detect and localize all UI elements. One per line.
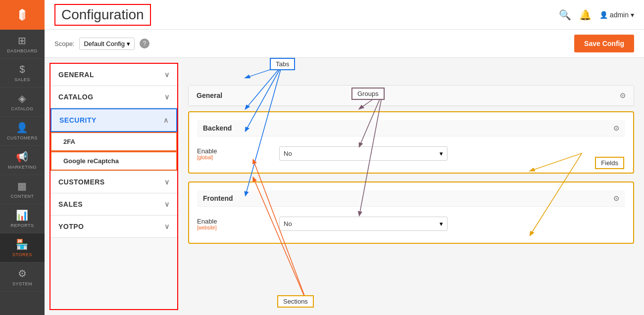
- sidebar-item-sales[interactable]: $ SALES: [0, 59, 45, 88]
- config-group-backend-header[interactable]: Backend ⊙: [197, 120, 625, 136]
- right-content: Tabs Groups Fields Sections General ⊙: [178, 58, 644, 315]
- frontend-enable-value: No: [284, 220, 292, 227]
- catalog-icon: ◈: [18, 92, 26, 104]
- nav-section-security-header[interactable]: SECURITY ∧: [50, 108, 177, 132]
- page-header: Configuration 🔍 🔔 👤 admin ▾: [45, 0, 644, 30]
- reports-icon: 📊: [16, 209, 29, 221]
- sidebar-item-reports[interactable]: 📊 REPORTS: [0, 204, 45, 233]
- config-group-frontend-header[interactable]: Frontend ⊙: [197, 190, 625, 207]
- config-group-general: General ⊙: [188, 85, 634, 106]
- sidebar-item-catalog[interactable]: ◈ CATALOG: [0, 88, 45, 117]
- sidebar-item-system-label: SYSTEM: [12, 281, 32, 286]
- nav-section-security: SECURITY ∧ 2FA Google reCaptcha: [50, 108, 177, 171]
- backend-field-row: Enable [global] No ▾: [197, 142, 625, 165]
- stores-icon: 🏪: [16, 238, 29, 250]
- sidebar-item-reports-label: REPORTS: [11, 223, 34, 228]
- page-title: Configuration: [54, 4, 151, 26]
- frontend-enable-label: Enable [website]: [197, 218, 271, 230]
- nav-section-catalog: CATALOG ∨: [50, 86, 177, 108]
- sidebar-item-customers[interactable]: 👤 CUSTOMERS: [0, 117, 45, 146]
- admin-label: admin: [610, 11, 629, 19]
- sidebar-item-stores-label: STORES: [12, 252, 32, 257]
- scope-value: Default Config: [84, 40, 124, 47]
- nav-section-yotpo-chevron: ∨: [164, 223, 170, 230]
- nav-section-security-label: SECURITY: [59, 116, 97, 124]
- nav-section-catalog-label: CATALOG: [58, 93, 94, 101]
- admin-avatar-icon: 👤: [599, 11, 608, 19]
- admin-menu[interactable]: 👤 admin ▾: [599, 11, 634, 19]
- sidebar-item-system[interactable]: ⚙ SYSTEM: [0, 263, 45, 292]
- nav-sub-item-2fa[interactable]: 2FA: [50, 132, 177, 151]
- sidebar-item-content-label: CONTENT: [11, 194, 34, 199]
- sidebar-item-dashboard[interactable]: ⊞ DASHBOARD: [0, 30, 45, 59]
- magento-logo: [0, 0, 45, 30]
- nav-sub-item-recaptcha-label: Google reCaptcha: [63, 157, 119, 165]
- backend-enable-value: No: [284, 150, 292, 157]
- dashboard-icon: ⊞: [18, 35, 27, 46]
- sidebar-item-customers-label: CUSTOMERS: [7, 135, 38, 140]
- nav-section-yotpo-label: YOTPO: [58, 223, 84, 230]
- left-nav: GENERAL ∨ CATALOG ∨ SECURITY ∧: [50, 63, 178, 310]
- nav-sub-items-security: 2FA Google reCaptcha: [50, 132, 177, 171]
- sidebar-item-stores[interactable]: 🏪 STORES: [0, 233, 45, 263]
- scope-label: Scope:: [54, 40, 74, 47]
- notification-icon[interactable]: 🔔: [579, 9, 592, 21]
- config-group-backend-wrapper: Backend ⊙ Enable [global] No ▾: [188, 111, 634, 174]
- nav-section-yotpo: YOTPO ∨: [50, 216, 177, 238]
- nav-section-sales-header[interactable]: SALES ∨: [50, 193, 177, 215]
- header-actions: 🔍 🔔 👤 admin ▾: [559, 9, 634, 21]
- config-group-backend-chevron: ⊙: [613, 124, 619, 132]
- scope-chevron-icon: ▾: [127, 40, 130, 47]
- sidebar-item-marketing-label: MARKETING: [8, 165, 37, 170]
- backend-select-chevron-icon: ▾: [440, 150, 443, 157]
- nav-section-customers-header[interactable]: CUSTOMERS ∨: [50, 171, 177, 193]
- sidebar-item-content[interactable]: ▦ CONTENT: [0, 175, 45, 204]
- nav-section-general-header[interactable]: GENERAL ∨: [50, 64, 177, 86]
- nav-section-sales: SALES ∨: [50, 193, 177, 216]
- marketing-icon: 📢: [16, 151, 29, 163]
- nav-section-sales-chevron: ∨: [164, 200, 170, 208]
- groups-annotation: Groups: [351, 88, 385, 100]
- fields-annotation: Fields: [595, 157, 624, 169]
- customers-icon: 👤: [16, 122, 29, 134]
- help-icon[interactable]: ?: [140, 39, 149, 48]
- sidebar-item-dashboard-label: DASHBOARD: [7, 48, 38, 53]
- config-group-frontend-label: Frontend: [203, 194, 233, 202]
- nav-section-yotpo-header[interactable]: YOTPO ∨: [50, 216, 177, 237]
- backend-enable-select[interactable]: No ▾: [279, 146, 447, 161]
- frontend-field-row: Enable [website] No ▾: [197, 213, 625, 235]
- sidebar-item-marketing[interactable]: 📢 MARKETING: [0, 146, 45, 175]
- sales-icon: $: [19, 64, 25, 75]
- nav-section-customers: CUSTOMERS ∨: [50, 171, 177, 193]
- config-group-general-label: General: [197, 91, 222, 99]
- config-group-frontend-chevron: ⊙: [613, 194, 619, 202]
- frontend-enable-select[interactable]: No ▾: [279, 217, 447, 231]
- sections-annotation: Sections: [277, 295, 314, 308]
- config-body: GENERAL ∨ CATALOG ∨ SECURITY ∧: [45, 58, 644, 315]
- save-config-button[interactable]: Save Config: [574, 35, 634, 52]
- config-group-general-header[interactable]: General ⊙: [189, 86, 634, 106]
- tabs-annotation: Tabs: [270, 58, 295, 70]
- nav-section-customers-label: CUSTOMERS: [58, 178, 105, 186]
- nav-section-catalog-header[interactable]: CATALOG ∨: [50, 86, 177, 108]
- system-icon: ⚙: [18, 268, 27, 279]
- backend-enable-label: Enable [global]: [197, 147, 271, 160]
- sidebar-item-sales-label: SALES: [14, 77, 30, 82]
- config-group-backend-label: Backend: [203, 124, 232, 132]
- admin-chevron-icon: ▾: [631, 11, 634, 19]
- scope-dropdown[interactable]: Default Config ▾: [79, 38, 134, 50]
- nav-sub-item-recaptcha[interactable]: Google reCaptcha: [50, 151, 177, 171]
- config-group-frontend-wrapper: Frontend ⊙ Enable [website] No ▾: [188, 181, 634, 244]
- frontend-select-chevron-icon: ▾: [440, 220, 443, 227]
- search-icon[interactable]: 🔍: [559, 9, 571, 21]
- nav-section-sales-label: SALES: [58, 200, 83, 208]
- nav-section-general: GENERAL ∨: [50, 64, 177, 86]
- scope-bar: Scope: Default Config ▾ ? Save Config: [45, 30, 644, 58]
- sidebar-item-catalog-label: CATALOG: [11, 106, 33, 111]
- config-group-general-chevron: ⊙: [620, 91, 626, 99]
- sidebar: ⊞ DASHBOARD $ SALES ◈ CATALOG 👤 CUSTOMER…: [0, 0, 45, 315]
- content-icon: ▦: [17, 180, 27, 192]
- nav-section-general-chevron: ∨: [164, 71, 170, 79]
- nav-sub-item-2fa-label: 2FA: [63, 138, 75, 145]
- nav-section-catalog-chevron: ∨: [164, 93, 170, 101]
